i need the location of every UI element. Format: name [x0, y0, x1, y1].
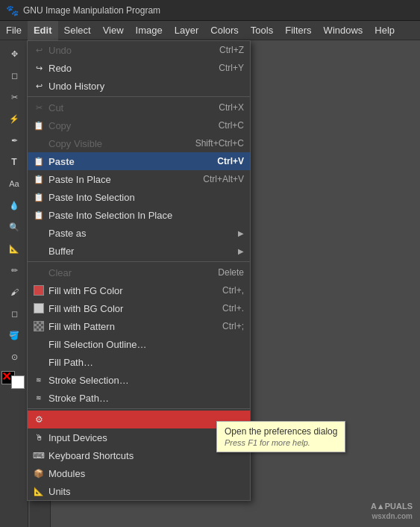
keyboard-shortcuts-icon: ⌨: [32, 449, 46, 462]
copy-icon: 📋: [32, 119, 46, 132]
clear-shortcut: Delete: [218, 267, 244, 278]
tool-move[interactable]: ✥: [1, 43, 27, 64]
preferences-icon: ⚙: [32, 413, 46, 426]
tool-erase[interactable]: ◻: [1, 303, 27, 324]
menu-help[interactable]: Help: [369, 21, 401, 40]
paste-into-selection-label: Paste Into Selection: [48, 192, 244, 203]
tool-brush[interactable]: 🖌: [1, 281, 27, 302]
tool-aa[interactable]: Aa: [1, 173, 27, 194]
tooltip-hint-italic: Press F1 for more help.: [225, 438, 310, 447]
menu-item-copy[interactable]: 📋 Copy Ctrl+C: [28, 116, 250, 134]
paste-as-label: Paste as: [48, 228, 232, 239]
buffer-arrow: ▶: [238, 247, 244, 255]
tool-dodge[interactable]: ⊙: [1, 346, 27, 367]
menu-item-fill-fg[interactable]: Fill with FG Color Ctrl+,: [28, 281, 250, 299]
stroke-sel-label: Stroke Selection…: [48, 375, 244, 386]
paste-icon: 📋: [32, 155, 46, 168]
menu-edit[interactable]: Edit: [28, 21, 58, 40]
menu-item-clear[interactable]: Clear Delete: [28, 264, 250, 281]
left-toolbar: ✥ ◻ ✂ ⚡ ✒ T Aa 💧 🔍 📐 ✏ 🖌 ◻ 🪣 ⊙ ✕: [0, 40, 28, 527]
menu-item-fill-bg[interactable]: Fill with BG Color Ctrl+.: [28, 299, 250, 317]
menu-item-copy-visible[interactable]: Copy Visible Shift+Ctrl+C: [28, 134, 250, 152]
menu-item-buffer[interactable]: Buffer ▶: [28, 242, 250, 260]
paste-as-icon: [32, 226, 46, 240]
menu-filters[interactable]: Filters: [279, 21, 317, 40]
reset-colors[interactable]: ✕: [1, 371, 11, 383]
keyboard-shortcuts-label: Keyboard Shortcuts: [48, 450, 244, 461]
menu-item-stroke-path[interactable]: ≋ Stroke Path…: [28, 389, 250, 407]
app-title-text: GNU Image Manipulation Program: [23, 5, 160, 16]
menu-item-undo[interactable]: ↩ Undo Ctrl+Z: [28, 41, 250, 59]
tool-colorpick[interactable]: 💧: [1, 195, 27, 216]
redo-icon: ↪: [32, 61, 46, 75]
stroke-sel-icon: ≋: [32, 373, 46, 387]
units-label: Units: [48, 486, 244, 497]
fill-path-label: Fill Path…: [48, 357, 244, 368]
menu-item-paste-into-selection-in-place[interactable]: 📋 Paste Into Selection In Place: [28, 206, 250, 224]
menu-item-paste[interactable]: 📋 Paste Ctrl+V: [28, 152, 250, 170]
menu-item-redo[interactable]: ↪ Redo Ctrl+Y: [28, 59, 250, 77]
menu-item-fill-path[interactable]: Fill Path…: [28, 353, 250, 371]
undo-shortcut: Ctrl+Z: [219, 45, 244, 55]
clear-label: Clear: [48, 267, 203, 278]
menu-item-paste-into-selection[interactable]: 📋 Paste Into Selection: [28, 188, 250, 206]
tool-rect-select[interactable]: ◻: [1, 65, 27, 86]
tool-fill[interactable]: 🪣: [1, 325, 27, 346]
tooltip-box: Open the preferences dialog Press F1 for…: [216, 421, 345, 452]
menu-item-cut[interactable]: ✂ Cut Ctrl+X: [28, 99, 250, 116]
modules-label: Modules: [48, 468, 244, 479]
menu-item-paste-in-place[interactable]: 📋 Paste In Place Ctrl+Alt+V: [28, 170, 250, 188]
copy-label: Copy: [48, 120, 204, 131]
tool-text[interactable]: T: [1, 152, 27, 172]
stroke-path-label: Stroke Path…: [48, 393, 244, 404]
undo-history-icon: ↩: [32, 79, 46, 93]
copy-shortcut: Ctrl+C: [219, 120, 244, 131]
menu-file[interactable]: File: [0, 21, 28, 40]
menu-item-paste-as[interactable]: Paste as ▶: [28, 224, 250, 242]
menu-item-undo-history[interactable]: ↩ Undo History: [28, 77, 250, 95]
bg-color[interactable]: [11, 375, 25, 389]
fill-pattern-icon: [32, 319, 46, 333]
watermark: A▲PUALS wsxdn.com: [371, 501, 413, 521]
menu-image[interactable]: Image: [130, 21, 169, 40]
fill-bg-label: Fill with BG Color: [48, 303, 207, 314]
tooltip-main-text: Open the preferences dialog: [225, 426, 337, 437]
units-icon: 📐: [32, 484, 46, 498]
watermark-logo: A▲PUALS: [371, 501, 413, 511]
menu-tools[interactable]: Tools: [245, 21, 279, 40]
menu-item-units[interactable]: 📐 Units: [28, 482, 250, 500]
menu-item-fill-pattern[interactable]: Fill with Pattern Ctrl+;: [28, 317, 250, 335]
input-devices-label: Input Devices: [48, 432, 244, 443]
redo-shortcut: Ctrl+Y: [219, 63, 244, 73]
undo-icon: ↩: [32, 43, 46, 57]
copy-visible-shortcut: Shift+Ctrl+C: [195, 138, 244, 149]
fill-fg-label: Fill with FG Color: [48, 285, 207, 296]
menu-item-stroke-selection[interactable]: ≋ Stroke Selection…: [28, 371, 250, 389]
modules-icon: 📦: [32, 467, 46, 480]
menu-item-fill-selection-outline[interactable]: Fill Selection Outline…: [28, 335, 250, 353]
menu-view[interactable]: View: [97, 21, 130, 40]
paste-in-place-shortcut: Ctrl+Alt+V: [203, 174, 244, 184]
tool-pencil[interactable]: ✏: [1, 260, 27, 281]
clear-icon: [32, 266, 46, 279]
menu-item-modules[interactable]: 📦 Modules: [28, 464, 250, 482]
cut-label: Cut: [48, 102, 204, 113]
fg-bg-colors: ✕: [1, 371, 26, 389]
menu-windows[interactable]: Windows: [318, 21, 369, 40]
menu-colors[interactable]: Colors: [204, 21, 245, 40]
tool-free-select[interactable]: ✂: [1, 87, 27, 107]
fill-fg-icon: [32, 284, 46, 297]
buffer-icon: [32, 244, 46, 258]
tool-zoom[interactable]: 🔍: [1, 216, 27, 237]
redo-label: Redo: [48, 63, 204, 74]
buffer-label: Buffer: [48, 246, 232, 257]
tool-paths[interactable]: ✒: [1, 130, 27, 151]
fill-fg-shortcut: Ctrl+,: [222, 285, 244, 296]
watermark-domain: wsxdn.com: [371, 511, 413, 521]
menu-layer[interactable]: Layer: [169, 21, 205, 40]
tooltip-hint-text: Press F1 for more help.: [225, 438, 337, 447]
tool-fuzzy-select[interactable]: ⚡: [1, 108, 27, 129]
app-icon-title: 🐾: [6, 4, 19, 16]
tool-measure[interactable]: 📐: [1, 238, 27, 259]
menu-select[interactable]: Select: [58, 21, 97, 40]
